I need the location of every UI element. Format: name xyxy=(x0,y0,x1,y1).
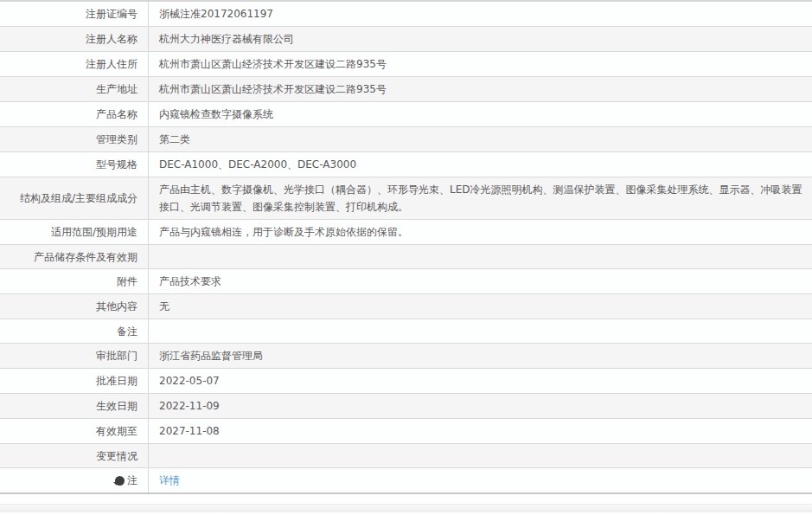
row-value: 2022-05-07 xyxy=(159,372,220,389)
table-row: 型号规格 DEC-A1000、DEC-A2000、DEC-A3000 xyxy=(0,152,812,177)
row-label: 生效日期 xyxy=(96,397,137,415)
row-label-cell: 附件 xyxy=(0,269,148,293)
table-row: 生产地址 杭州市萧山区萧山经济技术开发区建设二路935号 xyxy=(0,77,812,102)
row-value-cell: 详情 xyxy=(148,468,812,492)
row-label-cell: 审批部门 xyxy=(0,344,148,368)
row-label-cell: 适用范围/预期用途 xyxy=(0,220,148,244)
row-label-cell: 结构及组成/主要组成成分 xyxy=(0,177,148,219)
row-label: 其他内容 xyxy=(96,298,137,315)
row-value-cell: 产品技术要求 xyxy=(148,269,812,293)
row-label: 注 xyxy=(127,472,137,489)
row-value-cell: 无 xyxy=(148,294,812,319)
table-row: 生效日期 2022-11-09 xyxy=(0,394,812,419)
table-row: 产品名称 内窥镜检查数字摄像系统 xyxy=(0,102,812,127)
row-value: 内窥镜检查数字摄像系统 xyxy=(159,106,273,123)
row-label: 附件 xyxy=(117,273,137,290)
row-label-cell: 生效日期 xyxy=(0,394,148,418)
row-label: 型号规格 xyxy=(96,156,137,173)
row-value-cell: 杭州大力神医疗器械有限公司 xyxy=(148,27,812,51)
row-label: 注册证编号 xyxy=(86,5,137,23)
row-label-cell: 批准日期 xyxy=(0,369,148,393)
row-value: 产品由主机、数字摄像机、光学接口（耦合器）、环形导光束、LED冷光源照明机构、测… xyxy=(159,181,803,216)
table-row: 有效期至 2027-11-08 xyxy=(0,419,812,444)
row-label: 变更情况 xyxy=(96,447,137,465)
page-footer xyxy=(0,504,812,512)
row-label-cell: 型号规格 xyxy=(0,152,148,177)
table-row: 附件 产品技术要求 xyxy=(0,269,812,294)
row-label-cell: 产品名称 xyxy=(0,102,148,126)
row-label: 批准日期 xyxy=(96,372,137,389)
row-label-cell: 备注 xyxy=(0,319,148,343)
row-value: 无 xyxy=(159,298,169,315)
row-value-cell: DEC-A1000、DEC-A2000、DEC-A3000 xyxy=(148,152,812,177)
row-value-cell: 产品由主机、数字摄像机、光学接口（耦合器）、环形导光束、LED冷光源照明机构、测… xyxy=(148,177,812,219)
row-value-cell: 浙械注准20172061197 xyxy=(148,2,812,26)
row-value-cell: 2022-05-07 xyxy=(148,369,812,393)
table-row: 注册人住所 杭州市萧山区萧山经济技术开发区建设二路935号 xyxy=(0,52,812,77)
table-row: 结构及组成/主要组成成分 产品由主机、数字摄像机、光学接口（耦合器）、环形导光束… xyxy=(0,177,812,220)
row-value-cell: 产品与内窥镜相连，用于诊断及手术原始依据的保留。 xyxy=(148,220,812,244)
row-label: 备注 xyxy=(117,323,137,340)
row-value-cell xyxy=(148,444,812,467)
row-value-cell: 第二类 xyxy=(148,127,812,151)
row-label: 结构及组成/主要组成成分 xyxy=(20,190,137,207)
row-value: 2022-11-09 xyxy=(159,397,220,415)
registration-table: 注册证编号 浙械注准20172061197 注册人名称 杭州大力神医疗器械有限公… xyxy=(0,0,812,494)
table-row: 备注 xyxy=(0,319,812,344)
table-row: 注册证编号 浙械注准20172061197 xyxy=(0,2,812,27)
row-label-cell: 注册人住所 xyxy=(0,52,148,76)
row-value: 2027-11-08 xyxy=(159,422,220,440)
table-row: 管理类别 第二类 xyxy=(0,127,812,152)
row-value-cell: 2027-11-08 xyxy=(148,419,812,443)
table-row: 其他内容 无 xyxy=(0,294,812,319)
row-value-cell xyxy=(148,319,812,343)
row-value: 杭州大力神医疗器械有限公司 xyxy=(159,30,294,48)
row-label-cell: 其他内容 xyxy=(0,294,148,319)
row-label-cell: 产品储存条件及有效期 xyxy=(0,245,148,268)
row-value: 杭州市萧山区萧山经济技术开发区建设二路935号 xyxy=(159,55,387,73)
row-value: 第二类 xyxy=(159,131,190,148)
row-label: 适用范围/预期用途 xyxy=(51,223,137,241)
row-label-cell: 有效期至 xyxy=(0,419,148,443)
row-label-cell: 变更情况 xyxy=(0,444,148,467)
table-row: 适用范围/预期用途 产品与内窥镜相连，用于诊断及手术原始依据的保留。 xyxy=(0,220,812,245)
row-label-cell: 生产地址 xyxy=(0,77,148,101)
row-value: 产品技术要求 xyxy=(159,273,221,290)
row-value-cell: 杭州市萧山区萧山经济技术开发区建设二路935号 xyxy=(148,52,812,76)
row-label-cell: 管理类别 xyxy=(0,127,148,151)
row-value-cell: 2022-11-09 xyxy=(148,394,812,418)
table-row: 变更情况 xyxy=(0,444,812,468)
row-label: 审批部门 xyxy=(96,347,137,364)
row-label: 生产地址 xyxy=(96,80,137,98)
row-value: 浙江省药品监督管理局 xyxy=(159,347,263,364)
row-value: 杭州市萧山区萧山经济技术开发区建设二路935号 xyxy=(159,80,387,98)
row-label: 注册人名称 xyxy=(86,30,137,48)
row-value: 浙械注准20172061197 xyxy=(159,5,273,23)
row-label-cell: 注册人名称 xyxy=(0,27,148,51)
row-label: 产品名称 xyxy=(96,106,137,123)
table-row: 产品储存条件及有效期 xyxy=(0,245,812,269)
table-row: 审批部门 浙江省药品监督管理局 xyxy=(0,344,812,369)
table-row: 批准日期 2022-05-07 xyxy=(0,369,812,394)
row-label: 有效期至 xyxy=(96,422,137,440)
row-value-cell: 杭州市萧山区萧山经济技术开发区建设二路935号 xyxy=(148,77,812,101)
row-label: 注册人住所 xyxy=(86,55,137,73)
row-value-cell: 浙江省药品监督管理局 xyxy=(148,344,812,368)
details-link[interactable]: 详情 xyxy=(159,472,180,489)
row-label-cell: 注册证编号 xyxy=(0,2,148,26)
row-value: DEC-A1000、DEC-A2000、DEC-A3000 xyxy=(159,156,356,173)
table-row: 注册人名称 杭州大力神医疗器械有限公司 xyxy=(0,27,812,52)
row-label: 产品储存条件及有效期 xyxy=(34,248,137,266)
row-value-cell xyxy=(148,245,812,268)
note-icon xyxy=(115,476,125,486)
table-row: 注 详情 xyxy=(0,468,812,494)
row-label: 管理类别 xyxy=(96,131,137,148)
row-label-cell: 注 xyxy=(0,468,148,492)
row-value-cell: 内窥镜检查数字摄像系统 xyxy=(148,102,812,126)
row-value: 产品与内窥镜相连，用于诊断及手术原始依据的保留。 xyxy=(159,223,408,241)
